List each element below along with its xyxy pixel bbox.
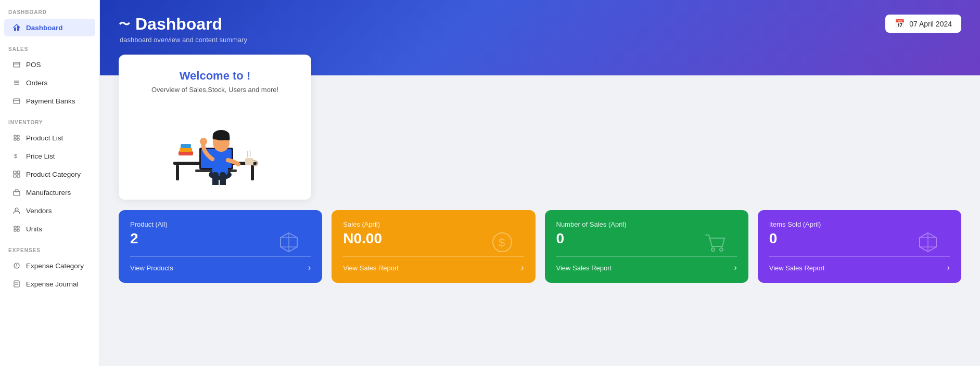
sidebar-section-inventory: INVENTORY (0, 110, 99, 128)
stat-sales-april-label: Sales (April) (343, 220, 524, 228)
svg-point-44 (200, 138, 207, 145)
sidebar: DASHBOARDDashboardSALESPOSOrdersPayment … (0, 0, 100, 366)
svg-rect-0 (14, 28, 16, 31)
sidebar-item-units[interactable]: Units (4, 220, 95, 238)
svg-rect-27 (14, 281, 19, 287)
welcome-card: Welcome to ! Overview of Sales,Stock, Us… (119, 55, 311, 200)
stat-sales-april-icon: $ (491, 231, 514, 259)
svg-rect-10 (14, 138, 16, 140)
sidebar-item-pos-label: POS (26, 61, 41, 69)
svg-rect-13 (14, 171, 16, 174)
price-list-icon: $ (12, 152, 21, 160)
svg-rect-45 (179, 151, 193, 155)
content-area: Welcome to ! Overview of Sales,Stock, Us… (100, 75, 980, 366)
manufacturers-icon (12, 188, 21, 197)
stat-product-all-chevron: › (308, 263, 311, 272)
sidebar-item-price-list-label: Price List (26, 152, 55, 160)
sidebar-item-orders[interactable]: Orders (4, 74, 95, 92)
sidebar-item-dashboard-label: Dashboard (26, 24, 63, 32)
stat-items-sold-chevron: › (947, 263, 950, 272)
sidebar-item-product-list[interactable]: Product List (4, 129, 95, 147)
expense-journal-icon (12, 280, 21, 288)
payment-banks-icon (12, 97, 21, 105)
stats-row: Product (All)2View Products›Sales (April… (119, 210, 961, 283)
sidebar-item-payment-banks[interactable]: Payment Banks (4, 92, 95, 110)
stat-product-all-footer-label: View Products (130, 264, 173, 272)
svg-rect-39 (220, 172, 226, 185)
stat-items-sold-footer-label: View Sales Report (769, 264, 825, 272)
sidebar-item-expense-category-label: Expense Category (26, 262, 84, 270)
stat-items-sold-label: Items Sold (April) (769, 220, 950, 228)
stat-card-items-sold: Items Sold (April)0View Sales Report› (758, 210, 961, 283)
svg-rect-1 (17, 26, 19, 31)
sidebar-item-manufacturers[interactable]: Manufacturers (4, 184, 95, 201)
welcome-illustration (158, 102, 272, 185)
pos-icon (12, 60, 21, 69)
svg-rect-9 (17, 135, 19, 137)
vendors-icon (12, 206, 21, 215)
sidebar-section-sales: SALES (0, 37, 99, 55)
svg-rect-21 (17, 226, 19, 228)
date-text: 07 April 2024 (909, 20, 952, 28)
stat-items-sold-icon (917, 231, 939, 259)
header-title-text: Dashboard (135, 15, 222, 34)
sidebar-item-price-list[interactable]: $Price List (4, 147, 95, 165)
product-category-icon (12, 170, 21, 178)
sidebar-section-dashboard: DASHBOARD (0, 0, 99, 18)
expense-category-icon (12, 262, 21, 270)
sidebar-item-product-list-label: Product List (26, 134, 63, 142)
svg-rect-47 (181, 144, 191, 148)
svg-text:$: $ (499, 236, 505, 249)
units-icon (12, 225, 21, 233)
stat-number-of-sales-label: Number of Sales (April) (556, 220, 737, 228)
sidebar-item-expense-journal[interactable]: Expense Journal (4, 275, 95, 293)
svg-rect-8 (14, 135, 16, 137)
welcome-title: Welcome to ! (135, 69, 295, 83)
svg-rect-6 (14, 99, 20, 103)
svg-rect-32 (251, 165, 254, 180)
svg-rect-20 (14, 226, 16, 228)
header-title-area: 〜 Dashboard dashboard overview and conte… (119, 15, 247, 44)
svg-rect-38 (212, 172, 219, 185)
sidebar-item-expense-journal-label: Expense Journal (26, 280, 79, 288)
svg-rect-2 (14, 62, 20, 67)
sidebar-item-vendors[interactable]: Vendors (4, 202, 95, 219)
stat-card-sales-april: Sales (April)N0.00$View Sales Report› (332, 210, 535, 283)
orders-icon (12, 79, 21, 87)
main-content: 〜 Dashboard dashboard overview and conte… (100, 0, 980, 366)
sidebar-item-orders-label: Orders (26, 79, 47, 87)
sidebar-item-product-category-label: Product Category (26, 171, 81, 178)
svg-rect-22 (14, 229, 16, 231)
sidebar-item-vendors-label: Vendors (26, 207, 52, 215)
svg-rect-14 (17, 171, 20, 174)
stat-product-all-label: Product (All) (130, 220, 311, 228)
sidebar-section-expenses: EXPENSES (0, 238, 99, 256)
svg-text:$: $ (14, 153, 17, 159)
sidebar-item-units-label: Units (26, 225, 42, 233)
svg-rect-15 (14, 175, 16, 177)
svg-rect-23 (17, 229, 19, 231)
svg-rect-11 (17, 138, 19, 140)
stat-number-of-sales-icon (704, 231, 727, 259)
sidebar-item-product-category[interactable]: Product Category (4, 165, 95, 183)
date-badge[interactable]: 📅 07 April 2024 (885, 15, 961, 33)
svg-rect-46 (180, 148, 192, 152)
welcome-subtitle: Overview of Sales,Stock, Users and more! (135, 86, 295, 94)
sidebar-item-expense-category[interactable]: Expense Category (4, 257, 95, 274)
svg-rect-31 (176, 165, 179, 180)
stat-sales-april-chevron: › (521, 263, 524, 272)
sidebar-item-payment-banks-label: Payment Banks (26, 97, 75, 105)
stat-number-of-sales-chevron: › (734, 263, 736, 272)
header-title: 〜 Dashboard (119, 15, 247, 34)
sidebar-item-manufacturers-label: Manufacturers (26, 189, 71, 197)
product-list-icon (12, 134, 21, 142)
stat-card-number-of-sales: Number of Sales (April)0View Sales Repor… (545, 210, 748, 283)
sidebar-item-pos[interactable]: POS (4, 56, 95, 73)
sidebar-item-dashboard[interactable]: Dashboard (4, 19, 95, 36)
svg-point-19 (15, 208, 18, 211)
svg-point-52 (720, 248, 723, 251)
calendar-icon: 📅 (895, 19, 905, 29)
svg-rect-48 (245, 158, 253, 165)
svg-rect-16 (17, 175, 20, 177)
header-subtitle: dashboard overview and content summary (120, 36, 247, 44)
